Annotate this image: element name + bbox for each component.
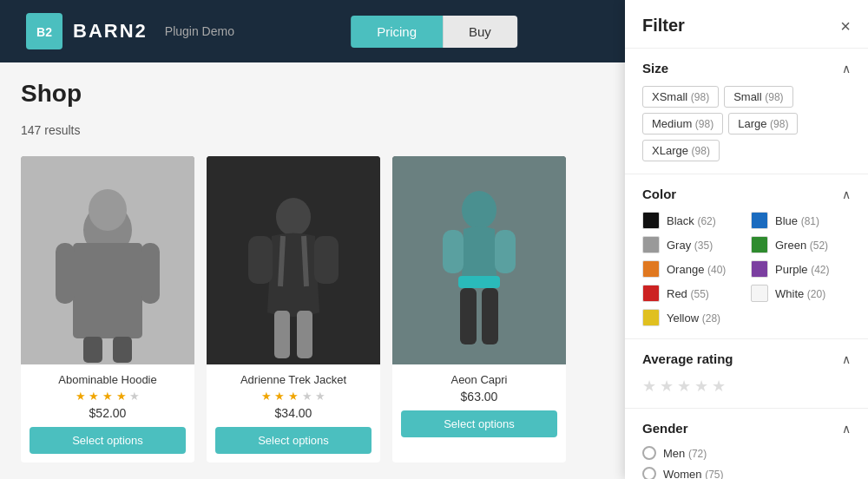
- product-image: [392, 156, 566, 364]
- black-swatch: [642, 212, 660, 229]
- color-section-header[interactable]: Color ∧: [642, 187, 851, 201]
- gender-section-header[interactable]: Gender ∧: [642, 421, 851, 436]
- filter-gender-section: Gender ∧ Men (72) Women (75): [625, 409, 868, 479]
- svg-point-19: [462, 191, 496, 229]
- filter-size-section: Size ∧ XSmall (98) Small (98) Medium (98…: [625, 49, 868, 174]
- filter-close-button[interactable]: ×: [840, 17, 851, 35]
- svg-rect-22: [482, 288, 498, 344]
- gray-swatch: [642, 236, 660, 253]
- product-image-jacket: [207, 156, 380, 364]
- color-options: Black (62) Blue (81) Gray (35) Green (52…: [642, 212, 851, 326]
- size-option-xsmall[interactable]: XSmall (98): [642, 86, 719, 108]
- product-info: Aeon Capri $63.00 Select options: [392, 364, 566, 446]
- star-1: ★: [261, 390, 272, 403]
- svg-rect-13: [314, 236, 339, 284]
- size-option-xlarge[interactable]: XLarge (98): [642, 140, 720, 161]
- star-2: ★: [274, 390, 285, 403]
- select-options-button[interactable]: Select options: [30, 427, 186, 454]
- color-label-orange: Orange (40): [667, 263, 726, 276]
- select-options-button[interactable]: Select options: [215, 427, 372, 454]
- product-price: $63.00: [401, 390, 557, 404]
- gender-option-men[interactable]: Men (72): [642, 446, 851, 460]
- pricing-button[interactable]: Pricing: [351, 16, 443, 48]
- product-price: $34.00: [215, 406, 372, 420]
- rating-star-2[interactable]: ★: [660, 377, 674, 396]
- rating-star-4[interactable]: ★: [694, 377, 708, 396]
- size-section-header[interactable]: Size ∧: [642, 61, 851, 75]
- svg-rect-24: [495, 230, 516, 273]
- product-name: Abominable Hoodie: [30, 373, 186, 386]
- rating-section-header[interactable]: Average rating ∧: [642, 351, 851, 366]
- green-swatch: [751, 236, 768, 253]
- nav-buttons: Pricing Buy: [351, 16, 517, 48]
- rating-star-1[interactable]: ★: [642, 377, 656, 396]
- star-1: ★: [76, 390, 86, 403]
- rating-section-title: Average rating: [642, 351, 733, 366]
- product-name: Adrienne Trek Jacket: [215, 373, 372, 386]
- logo-area: B2 BARN2 Plugin Demo: [26, 13, 234, 49]
- product-card: Adrienne Trek Jacket ★ ★ ★ ★ ★ $34.00 Se…: [207, 156, 380, 463]
- rating-star-3[interactable]: ★: [677, 377, 691, 396]
- size-option-medium[interactable]: Medium (98): [642, 113, 723, 135]
- product-image: [21, 156, 194, 364]
- size-option-small[interactable]: Small (98): [724, 86, 792, 108]
- color-option-orange[interactable]: Orange (40): [642, 260, 742, 278]
- svg-rect-20: [458, 276, 500, 288]
- svg-rect-17: [297, 311, 312, 358]
- gender-label-women: Women (75): [663, 468, 724, 480]
- gender-label-men: Men (72): [663, 447, 707, 460]
- logo-icon: B2: [26, 13, 62, 49]
- color-section-title: Color: [642, 187, 676, 201]
- svg-line-14: [280, 236, 283, 286]
- product-image-hoodie: [21, 156, 194, 364]
- svg-point-5: [89, 189, 127, 231]
- color-option-white[interactable]: White (20): [751, 285, 851, 302]
- filter-panel: Filter × Size ∧ XSmall (98) Small (98) M…: [625, 0, 868, 479]
- yellow-swatch: [642, 309, 660, 326]
- size-section-title: Size: [642, 61, 668, 75]
- color-label-red: Red (55): [667, 287, 709, 300]
- filter-color-section: Color ∧ Black (62) Blue (81) Gray (35): [625, 174, 868, 339]
- red-swatch: [642, 285, 660, 302]
- rating-chevron-icon: ∧: [842, 352, 851, 366]
- svg-rect-12: [248, 236, 273, 284]
- main-content: Shop 147 results ≡ Filter: [0, 62, 868, 479]
- color-option-red[interactable]: Red (55): [642, 285, 742, 302]
- color-option-purple[interactable]: Purple (42): [751, 260, 851, 278]
- svg-rect-8: [83, 337, 102, 363]
- product-price: $52.00: [30, 406, 186, 420]
- color-option-gray[interactable]: Gray (35): [642, 236, 742, 253]
- filter-header: Filter ×: [625, 0, 868, 49]
- svg-rect-4: [73, 243, 142, 338]
- purple-swatch: [751, 260, 768, 278]
- men-radio[interactable]: [642, 446, 656, 460]
- svg-text:B2: B2: [36, 25, 52, 39]
- svg-line-15: [304, 236, 306, 286]
- filter-panel-title: Filter: [642, 16, 685, 36]
- size-option-large[interactable]: Large (98): [728, 113, 798, 135]
- svg-point-11: [276, 198, 311, 236]
- gender-option-women[interactable]: Women (75): [642, 467, 851, 479]
- color-option-yellow[interactable]: Yellow (28): [642, 309, 742, 326]
- color-option-black[interactable]: Black (62): [642, 212, 742, 229]
- star-4: ★: [116, 390, 127, 403]
- results-count: 147 results: [21, 123, 80, 137]
- gender-options: Men (72) Women (75): [642, 446, 851, 479]
- rating-star-5[interactable]: ★: [712, 377, 726, 396]
- product-card: Abominable Hoodie ★ ★ ★ ★ ★ $52.00 Selec…: [21, 156, 194, 463]
- product-stars: ★ ★ ★ ★ ★: [215, 390, 372, 403]
- product-image-capri: [392, 156, 566, 364]
- rating-stars: ★ ★ ★ ★ ★: [642, 377, 851, 396]
- star-2: ★: [89, 390, 99, 403]
- color-option-blue[interactable]: Blue (81): [751, 212, 851, 229]
- color-label-green: Green (52): [775, 239, 828, 252]
- filter-rating-section: Average rating ∧ ★ ★ ★ ★ ★: [625, 339, 868, 409]
- size-chevron-icon: ∧: [842, 62, 851, 75]
- buy-button[interactable]: Buy: [443, 16, 517, 48]
- star-4: ★: [302, 390, 312, 403]
- blue-swatch: [751, 212, 768, 229]
- color-option-green[interactable]: Green (52): [751, 236, 851, 253]
- color-label-black: Black (62): [667, 214, 716, 227]
- women-radio[interactable]: [642, 467, 656, 479]
- select-options-button[interactable]: Select options: [401, 410, 557, 437]
